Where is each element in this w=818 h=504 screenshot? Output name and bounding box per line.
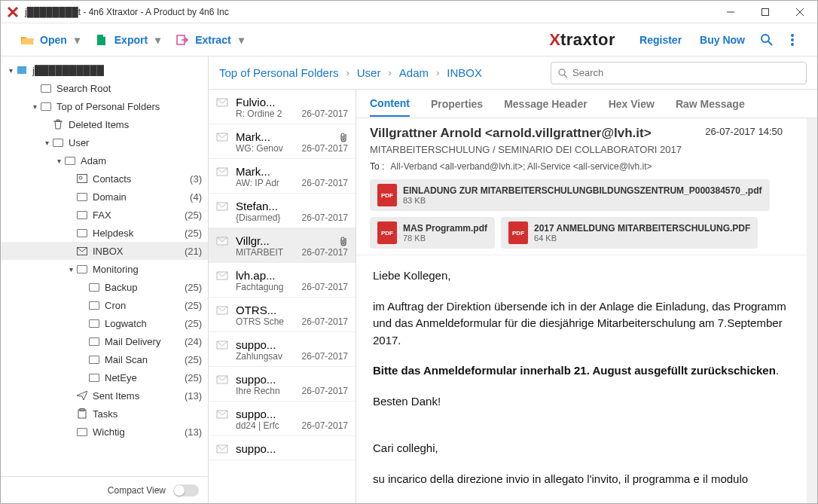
message-date: 26-07-2017 <box>302 212 348 223</box>
breadcrumb-item[interactable]: User <box>357 66 381 79</box>
search-input[interactable] <box>572 67 800 78</box>
tree-root[interactable]: ▾ j██████████ <box>1 61 208 79</box>
tree-item-contacts[interactable]: Contacts (3) <box>1 170 208 188</box>
tab-message-header[interactable]: Message Header <box>504 92 588 116</box>
tree-item-wichtig[interactable]: Wichtig (13) <box>1 423 208 441</box>
search-box[interactable] <box>551 62 807 84</box>
message-item[interactable]: Stefan... {Disarmed}26-07-2017 <box>209 194 356 228</box>
tab-hex-view[interactable]: Hex View <box>609 92 655 116</box>
message-item[interactable]: suppo... Ihre Rechn26-07-2017 <box>209 367 356 402</box>
folder-icon <box>88 371 100 383</box>
svg-point-10 <box>79 176 82 179</box>
envelope-icon <box>216 200 230 223</box>
svg-point-6 <box>791 38 794 41</box>
preview-tabs: Content Properties Message Header Hex Vi… <box>356 90 817 118</box>
folder-label: Logwatch <box>105 318 182 329</box>
product-logo: Xtraxtor <box>549 30 615 50</box>
breadcrumb-item[interactable]: INBOX <box>447 66 482 79</box>
maximize-button[interactable] <box>748 1 783 23</box>
message-item[interactable]: lvh.ap... Fachtagung26-07-2017 <box>209 263 356 298</box>
export-button[interactable]: Export ▾ <box>87 29 168 51</box>
close-button[interactable] <box>783 1 817 23</box>
message-from: Stefan... <box>236 200 348 212</box>
tree-item-deleted-items[interactable]: Deleted Items <box>1 115 208 133</box>
message-item[interactable]: Mark... AW: IP Adr26-07-2017 <box>209 159 356 194</box>
message-subject: WG: Genov <box>236 143 296 154</box>
tree-item-search-root[interactable]: Search Root <box>1 79 208 97</box>
tree-item-inbox[interactable]: INBOX (21) <box>1 242 208 260</box>
tab-raw-message[interactable]: Raw Message <box>676 92 745 116</box>
tree-item-cron[interactable]: Cron (25) <box>1 296 208 314</box>
tree-item-helpdesk[interactable]: Helpdesk (25) <box>1 224 208 242</box>
message-item[interactable]: Mark... WG: Genov26-07-2017 <box>209 124 356 159</box>
envelope-icon <box>216 442 230 455</box>
message-item[interactable]: suppo... <box>209 436 356 460</box>
message-subject: MITARBEIT <box>236 247 296 258</box>
svg-point-7 <box>791 43 794 46</box>
message-date: 26-07-2017 <box>302 143 348 154</box>
message-item[interactable]: Fulvio... R: Ordine 226-07-2017 <box>209 90 356 124</box>
folder-label: User <box>69 137 202 148</box>
tree-item-monitoring[interactable]: ▾ Monitoring <box>1 260 208 278</box>
search-icon-button[interactable] <box>754 27 780 53</box>
tree-item-logwatch[interactable]: Logwatch (25) <box>1 314 208 332</box>
message-item[interactable]: Villgr... MITARBEIT26-07-2017 <box>209 228 356 263</box>
breadcrumb-item[interactable]: Adam <box>399 66 429 79</box>
tree-item-neteye[interactable]: NetEye (25) <box>1 368 208 386</box>
extract-button[interactable]: Extract ▾ <box>168 29 251 51</box>
compact-view-toggle[interactable] <box>173 484 199 496</box>
export-label: Export <box>114 34 148 46</box>
tree-item-top-of-personal-folders[interactable]: ▾ Top of Personal Folders <box>1 97 208 115</box>
message-from: Mark... <box>236 130 336 143</box>
message-item[interactable]: suppo... Zahlungsav26-07-2017 <box>209 332 356 367</box>
buy-now-link[interactable]: Buy Now <box>700 34 745 46</box>
folder-icon <box>52 136 64 148</box>
minimize-button[interactable] <box>713 1 748 23</box>
tree-item-sent-items[interactable]: Sent Items (13) <box>1 386 208 405</box>
svg-rect-1 <box>762 8 769 15</box>
register-link[interactable]: Register <box>639 34 682 46</box>
tree-item-tasks[interactable]: Tasks <box>1 405 208 423</box>
svg-point-3 <box>762 35 769 42</box>
tree-item-mail-scan[interactable]: Mail Scan (25) <box>1 350 208 368</box>
folder-icon <box>88 335 100 347</box>
message-subject: Ihre Rechn <box>236 386 296 396</box>
kebab-menu-button[interactable] <box>780 27 805 53</box>
vertical-scrollbar[interactable] <box>807 118 817 503</box>
message-subject: R: Ordine 2 <box>236 108 296 119</box>
folder-icon <box>76 209 88 221</box>
export-icon <box>95 33 108 47</box>
tree-item-mail-delivery[interactable]: Mail Delivery (24) <box>1 332 208 350</box>
tab-properties[interactable]: Properties <box>431 92 483 116</box>
item-count: (13) <box>182 426 202 438</box>
folder-label: FAX <box>93 209 182 221</box>
app-icon <box>7 6 19 18</box>
tab-content[interactable]: Content <box>370 91 410 117</box>
caret-down-icon: ▾ <box>155 34 160 46</box>
breadcrumb-item[interactable]: Top of Personal Folders <box>219 66 338 79</box>
tree-footer: Compact View <box>1 476 208 503</box>
folder-label: j██████████ <box>32 65 202 76</box>
tree-item-user[interactable]: ▾ User <box>1 133 208 151</box>
message-item[interactable]: suppo... dd24 | Erfc26-07-2017 <box>209 402 356 436</box>
pdf-icon: PDF <box>377 184 397 206</box>
attachment-name: 2017 ANMELDUNG MITARBEITERSCHULUNG.PDF <box>534 223 750 234</box>
attachment-item[interactable]: PDF MAS Programm.pdf 78 KB <box>370 217 495 249</box>
attachment-item[interactable]: PDF EINLADUNG ZUR MITARBEITERSCHULUNGBIL… <box>370 179 770 211</box>
tree-item-domain[interactable]: Domain (4) <box>1 188 208 206</box>
folder-icon <box>76 245 88 257</box>
message-item[interactable]: OTRS... OTRS Sche26-07-2017 <box>209 298 356 332</box>
svg-rect-8 <box>17 66 26 74</box>
search-icon <box>557 68 568 78</box>
folder-icon <box>76 426 88 438</box>
folder-icon <box>52 118 64 130</box>
extract-icon <box>176 33 189 47</box>
tree-item-adam[interactable]: ▾ Adam <box>1 151 208 170</box>
attachment-item[interactable]: PDF 2017 ANMELDUNG MITARBEITERSCHULUNG.P… <box>501 217 758 249</box>
tree-item-fax[interactable]: FAX (25) <box>1 206 208 224</box>
message-date: 26-07-2017 <box>302 386 348 396</box>
message-date: 26-07-2017 <box>302 247 348 258</box>
tree-item-backup[interactable]: Backup (25) <box>1 278 208 296</box>
open-button[interactable]: Open ▾ <box>13 29 87 51</box>
main-area: ▾ j██████████ Search Root ▾ Top of Perso… <box>1 57 817 503</box>
